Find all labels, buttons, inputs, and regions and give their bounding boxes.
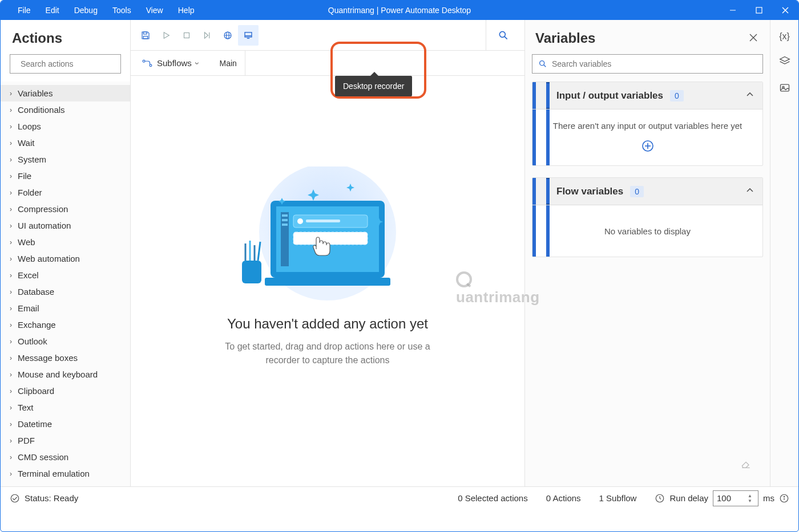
run-button[interactable]	[156, 25, 176, 46]
collapse-button[interactable]	[745, 90, 754, 101]
actions-cat[interactable]: ›Email	[1, 300, 130, 316]
status-bar: Status: Ready 0 Selected actions 0 Actio…	[1, 486, 798, 509]
info-icon[interactable]	[779, 493, 789, 503]
actions-cat[interactable]: ›Mouse and keyboard	[1, 366, 130, 383]
actions-cat[interactable]: ›Datetime	[1, 416, 130, 432]
subflow-bar: Subflows › Main	[131, 51, 524, 76]
monitor-icon	[243, 30, 253, 40]
subflows-label: Subflows	[157, 58, 192, 68]
save-icon	[140, 30, 151, 40]
plus-circle-icon	[641, 140, 654, 152]
stop-button[interactable]	[176, 25, 197, 46]
variables-panel: Variables Input / output variables 0	[524, 20, 770, 486]
svg-point-18	[499, 31, 505, 37]
actions-cat[interactable]: ›Variables	[1, 85, 130, 101]
svg-rect-1	[756, 7, 762, 13]
menu-bar: File Edit Debug Tools View Help	[18, 6, 195, 15]
cat-label: PDF	[18, 436, 35, 445]
braces-icon: {x}	[779, 31, 790, 41]
actions-cat[interactable]: ›Text	[1, 399, 130, 416]
actions-cat[interactable]: ›Loops	[1, 118, 130, 135]
minimize-button[interactable]	[720, 1, 746, 20]
variables-close-button[interactable]	[747, 31, 760, 46]
desktop-recorder-button[interactable]	[238, 25, 259, 46]
status-ready: Status: Ready	[25, 493, 78, 503]
cat-label: UI automation	[18, 221, 71, 230]
status-subflows-count: 1 Subflow	[599, 493, 637, 503]
actions-cat[interactable]: ›Web automation	[1, 250, 130, 267]
maximize-button[interactable]	[746, 1, 772, 20]
actions-cat[interactable]: ›Terminal emulation	[1, 465, 130, 482]
tooltip: Desktop recorder	[335, 76, 412, 96]
play-icon	[161, 30, 171, 40]
svg-rect-15	[245, 32, 252, 36]
actions-cat[interactable]: ›PDF	[1, 432, 130, 449]
actions-list[interactable]: ›Variables ›Conditionals ›Loops ›Wait ›S…	[1, 82, 130, 486]
stepper-up-icon[interactable]: ▲	[748, 493, 757, 498]
search-variables-field[interactable]	[552, 59, 757, 68]
menu-help[interactable]: Help	[178, 6, 195, 15]
io-variables-section: Input / output variables 0 There aren't …	[532, 82, 763, 166]
toolbar-search-button[interactable]	[486, 20, 520, 51]
rail-variables-button[interactable]: {x}	[779, 31, 790, 42]
eraser-icon[interactable]	[740, 457, 752, 472]
svg-line-19	[505, 36, 507, 39]
actions-cat[interactable]: ›Folder	[1, 184, 130, 201]
svg-rect-28	[282, 219, 288, 221]
cat-label: System	[18, 155, 46, 164]
actions-cat[interactable]: ›Message boxes	[1, 350, 130, 366]
actions-cat[interactable]: ›Database	[1, 283, 130, 300]
actions-cat[interactable]: ›Excel	[1, 267, 130, 283]
actions-cat[interactable]: ›UI automation	[1, 217, 130, 234]
add-io-variable-button[interactable]	[641, 140, 654, 154]
menu-view[interactable]: View	[146, 6, 163, 15]
cat-label: Clipboard	[18, 386, 54, 396]
tab-main[interactable]: Main	[212, 51, 245, 76]
menu-debug[interactable]: Debug	[74, 6, 98, 15]
actions-cat[interactable]: ›File	[1, 168, 130, 184]
actions-panel: Actions ›Variables ›Conditionals ›Loops …	[1, 20, 131, 486]
run-delay-input[interactable]: 100 ▲▼	[713, 490, 758, 506]
cat-label: Folder	[18, 188, 42, 197]
step-button[interactable]	[197, 25, 217, 46]
collapse-button[interactable]	[745, 186, 754, 197]
menu-tools[interactable]: Tools	[112, 6, 131, 15]
cat-label: Web automation	[18, 254, 80, 263]
svg-point-50	[11, 494, 19, 502]
actions-cat[interactable]: ›Clipboard	[1, 383, 130, 399]
accent-bar	[546, 82, 550, 109]
svg-marker-47	[780, 57, 789, 62]
accent-bar	[546, 178, 550, 205]
actions-cat[interactable]: ›Compression	[1, 201, 130, 217]
actions-cat[interactable]: ›CMD session	[1, 449, 130, 465]
empty-illustration-icon	[236, 166, 419, 303]
search-variables-input[interactable]	[532, 54, 763, 74]
window-title: Quantrimang | Power Automate Desktop	[328, 6, 471, 15]
svg-rect-33	[293, 232, 368, 245]
svg-point-54	[784, 496, 784, 497]
search-actions-input[interactable]	[10, 54, 121, 74]
cat-label: Loops	[18, 121, 41, 131]
flow-icon	[142, 59, 152, 68]
save-button[interactable]	[135, 25, 156, 46]
actions-cat[interactable]: ›Wait	[1, 135, 130, 151]
rail-images-button[interactable]	[779, 82, 790, 95]
web-recorder-button[interactable]	[217, 25, 238, 46]
actions-cat[interactable]: ›System	[1, 151, 130, 168]
title-bar: File Edit Debug Tools View Help Quantrim…	[1, 1, 798, 20]
canvas-empty-state: You haven't added any action yet To get …	[131, 76, 524, 486]
actions-cat[interactable]: ›Outlook	[1, 333, 130, 350]
actions-cat[interactable]: ›Web	[1, 234, 130, 250]
rail-ui-elements-button[interactable]	[779, 55, 790, 68]
actions-cat[interactable]: ›Conditionals	[1, 101, 130, 118]
close-button[interactable]	[772, 1, 798, 20]
menu-file[interactable]: File	[18, 6, 31, 15]
subflows-dropdown[interactable]: Subflows ›	[138, 56, 204, 70]
search-actions-field[interactable]	[21, 59, 120, 68]
stop-icon	[181, 30, 192, 40]
svg-line-42	[544, 65, 546, 67]
cat-label: Email	[18, 303, 39, 313]
actions-cat[interactable]: ›Exchange	[1, 316, 130, 333]
stepper-down-icon[interactable]: ▼	[748, 498, 757, 503]
menu-edit[interactable]: Edit	[46, 6, 59, 15]
